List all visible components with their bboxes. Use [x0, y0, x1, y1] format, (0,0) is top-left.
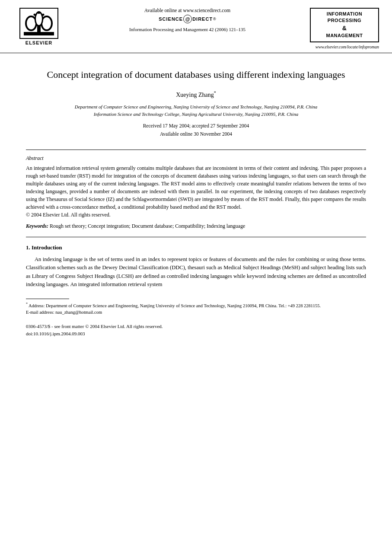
footnote: * Address: Department of Computer Scienc…	[26, 302, 366, 316]
science-text: SCIENCE	[159, 16, 183, 22]
abstract-section: Abstract An integrated information retri…	[26, 155, 366, 230]
keywords-label: Keywords:	[26, 223, 48, 229]
header-center: Available online at www.sciencedirect.co…	[65, 8, 310, 32]
dates: Received 17 May 2004; accepted 27 Septem…	[35, 122, 357, 138]
title-section: Concept integration of document database…	[26, 53, 366, 144]
svg-point-4	[27, 17, 35, 29]
received-date: Received 17 May 2004; accepted 27 Septem…	[143, 123, 249, 128]
affiliation1: Department of Computer Science and Engin…	[75, 104, 318, 109]
direct-text: DIRECT	[192, 16, 213, 22]
affiliations: Department of Computer Science and Engin…	[35, 103, 357, 118]
website-link: www.elsevier.com/locate/infoproman	[310, 45, 379, 49]
page: ELSEVIER Available online at www.science…	[0, 0, 392, 535]
svg-point-6	[42, 17, 51, 29]
journal-name: Information Processing and Management 42…	[73, 27, 301, 32]
svg-point-10	[34, 13, 36, 16]
journal-box-amp: &	[342, 25, 347, 32]
intro-heading: 1. Introduction	[26, 244, 366, 251]
svg-rect-1	[24, 32, 54, 35]
elsevier-logo: ELSEVIER	[13, 8, 65, 45]
available-online-text: Available online at www.sciencedirect.co…	[73, 8, 301, 13]
abstract-body: An integrated information retrieval syst…	[26, 164, 366, 219]
header-left: ELSEVIER	[13, 8, 65, 45]
footnote-email: nau_zhang@hotmail.com	[55, 310, 102, 315]
footnote-sup: *	[26, 302, 28, 306]
header: ELSEVIER Available online at www.science…	[0, 0, 392, 53]
header-right: INFORMATION PROCESSING & MANAGEMENT www.…	[310, 8, 379, 49]
journal-box-line3: MANAGEMENT	[326, 33, 363, 38]
svg-point-9	[38, 11, 40, 14]
copyright-line: © 2004 Elsevier Ltd. All rights reserved…	[26, 212, 111, 218]
author-sup: *	[214, 90, 216, 95]
author-name: Xueying Zhang*	[35, 90, 357, 99]
svg-point-11	[42, 13, 45, 16]
journal-box-line1: INFORMATION	[327, 11, 362, 16]
svg-point-8	[36, 13, 42, 25]
keywords-line: Keywords: Rough set theory; Concept inte…	[26, 222, 366, 230]
intro-text: An indexing language is the set of terms…	[26, 255, 366, 289]
issn-line: 0306-4573/$ - see front matter © 2004 El…	[26, 323, 366, 331]
main-title: Concept integration of document database…	[35, 68, 357, 82]
footnote-address: Address: Department of Computer Science …	[29, 303, 321, 308]
doi-line: doi:10.1016/j.ipm.2004.09.003	[26, 330, 366, 338]
footnote-email-label: E-mail address:	[26, 310, 54, 315]
journal-box-line2: PROCESSING	[328, 18, 361, 23]
available-date: Available online 30 November 2004	[160, 131, 232, 137]
keywords-values: Rough set theory; Concept integration; D…	[50, 223, 245, 229]
at-symbol: @	[183, 15, 192, 23]
abstract-text: An integrated information retrieval syst…	[26, 165, 366, 210]
bottom-info: 0306-4573/$ - see front matter © 2004 El…	[26, 323, 366, 338]
affiliation2: Information Science and Technology Colle…	[94, 111, 298, 117]
registered-mark: ®	[213, 17, 216, 21]
divider-top	[26, 150, 366, 150]
elsevier-label: ELSEVIER	[25, 40, 52, 45]
main-content: Concept integration of document database…	[0, 53, 392, 289]
abstract-label: Abstract	[26, 155, 366, 162]
journal-box: INFORMATION PROCESSING & MANAGEMENT	[310, 8, 379, 42]
footnote-area: * Address: Department of Computer Scienc…	[0, 289, 392, 338]
footnote-divider	[26, 299, 69, 299]
elsevier-logo-box	[19, 8, 58, 39]
divider-mid	[26, 237, 366, 237]
introduction-section: 1. Introduction An indexing language is …	[26, 244, 366, 289]
sciencedirect-logo: SCIENCE @ DIRECT ®	[73, 15, 301, 23]
